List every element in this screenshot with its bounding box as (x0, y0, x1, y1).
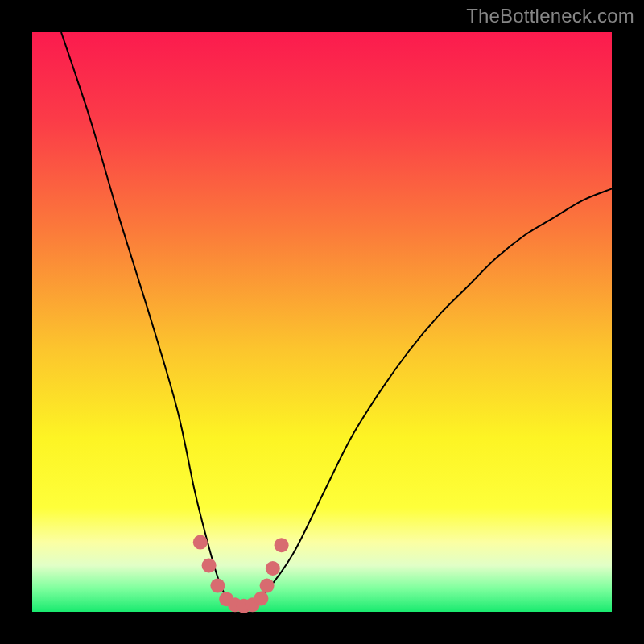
chart-svg (32, 32, 612, 612)
watermark-text: TheBottleneck.com (466, 5, 634, 27)
optimal-marker (275, 538, 289, 552)
optimal-marker (210, 579, 225, 593)
optimal-marker (254, 591, 268, 605)
optimal-marker (266, 561, 280, 576)
chart-frame: TheBottleneck.com (0, 0, 644, 644)
optimal-marker (202, 558, 217, 572)
optimal-marker (193, 535, 208, 550)
optimal-marker (260, 579, 275, 593)
bottleneck-curve (61, 32, 612, 606)
optimal-range-markers (193, 535, 289, 613)
